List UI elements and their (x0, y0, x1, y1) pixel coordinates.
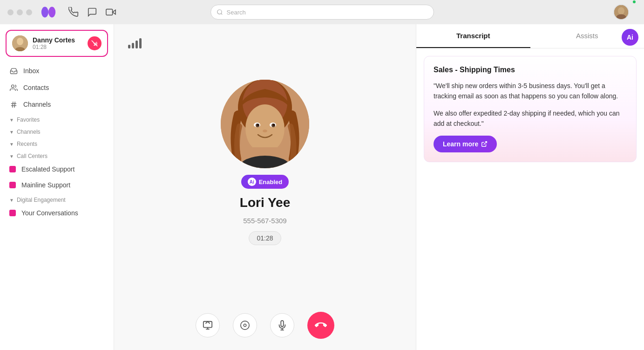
right-panel: Transcript Assists Ai Sales - Shipping T… (416, 24, 644, 350)
your-conversations-label: Your Conversations (21, 209, 78, 217)
online-indicator (632, 0, 637, 4)
svg-point-32 (241, 321, 249, 329)
chevron-down-icon: ▼ (9, 117, 14, 123)
assist-card: Sales - Shipping Times "We'll ship new o… (424, 56, 637, 162)
search-placeholder: Search (227, 9, 246, 16)
video-icon[interactable] (106, 7, 116, 17)
assist-text-1: "We'll ship new orders within 3-5 busine… (434, 81, 627, 102)
caller-time-small: 01:28 (33, 44, 83, 50)
svg-point-11 (11, 85, 14, 88)
caller-face-svg (221, 80, 309, 168)
phone-icon[interactable] (68, 7, 79, 17)
caller-avatar-small (12, 35, 28, 51)
caller-profile: Ai Enabled Lori Yee 555-567-5309 01:28 (221, 80, 309, 245)
caller-photo (221, 80, 309, 168)
caller-full-name: Lori Yee (240, 195, 290, 210)
chevron-down-icon-3: ▼ (9, 142, 14, 147)
svg-rect-29 (203, 322, 212, 328)
transfer-button[interactable] (196, 313, 220, 337)
svg-point-9 (17, 38, 23, 45)
hangup-button-small[interactable] (88, 36, 102, 50)
inbox-icon (9, 67, 18, 75)
svg-point-25 (257, 124, 259, 126)
search-bar[interactable]: Search (210, 5, 434, 20)
ai-badge-icon: Ai (248, 178, 256, 186)
caller-phone: 555-567-5309 (243, 217, 286, 225)
bar-4 (139, 38, 142, 48)
chevron-down-icon-4: ▼ (9, 154, 14, 159)
titlebar-icons (68, 7, 116, 17)
svg-marker-2 (113, 10, 115, 14)
contacts-label: Contacts (23, 84, 49, 91)
content-area: Ai Enabled Lori Yee 555-567-5309 01:28 (114, 24, 416, 350)
dialpad-button[interactable] (233, 313, 257, 337)
recents-label: Recents (17, 141, 37, 147)
hangup-button-main[interactable] (307, 312, 334, 339)
learn-more-label: Learn more (443, 140, 478, 148)
sidebar-item-your-conversations[interactable]: Your Conversations (0, 205, 114, 221)
digital-engagement-section[interactable]: ▼ Digital Engagement (0, 193, 114, 205)
svg-point-1 (48, 7, 55, 18)
svg-point-0 (41, 7, 48, 18)
ai-avatar-tab: Ai (622, 29, 638, 46)
favorites-section[interactable]: ▼ Favorites (0, 113, 114, 125)
bar-3 (136, 41, 138, 48)
call-controls (114, 301, 416, 350)
escalated-support-icon (9, 166, 16, 172)
bar-2 (132, 43, 134, 48)
sidebar-item-contacts[interactable]: Contacts (0, 79, 114, 96)
app-logo (40, 6, 57, 19)
svg-rect-3 (106, 9, 113, 15)
learn-more-button[interactable]: Learn more (434, 136, 497, 152)
avatar-face (614, 5, 628, 19)
escalated-support-label: Escalated Support (21, 165, 75, 173)
svg-point-26 (273, 124, 275, 126)
user-avatar (613, 4, 629, 20)
traffic-lights (7, 9, 32, 15)
sidebar-item-inbox[interactable]: Inbox (0, 62, 114, 79)
svg-point-6 (618, 7, 624, 14)
maximize-button[interactable] (26, 9, 32, 15)
main-layout: Danny Cortes 01:28 Inbox (0, 24, 644, 350)
mute-button[interactable] (270, 313, 294, 337)
sidebar-item-escalated-support[interactable]: Escalated Support (0, 161, 114, 177)
titlebar: Search (0, 0, 644, 24)
chevron-down-icon-5: ▼ (9, 198, 14, 203)
message-icon[interactable] (87, 7, 97, 17)
mainline-support-label: Mainline Support (21, 181, 70, 189)
recents-section[interactable]: ▼ Recents (0, 137, 114, 149)
mainline-support-icon (9, 182, 16, 188)
tab-transcript[interactable]: Transcript (416, 24, 530, 48)
contacts-icon (9, 83, 18, 92)
sidebar-item-mainline-support[interactable]: Mainline Support (0, 177, 114, 193)
channels-section[interactable]: ▼ Channels (0, 125, 114, 137)
svg-point-19 (245, 104, 285, 153)
digital-engagement-label: Digital Engagement (17, 197, 66, 203)
call-timer: 01:28 (249, 231, 281, 245)
assist-text-2: We also offer expedited 2-day shipping i… (434, 108, 627, 129)
assist-title: Sales - Shipping Times (434, 66, 627, 74)
sidebar-item-channels[interactable]: Channels (0, 96, 114, 113)
svg-point-33 (244, 324, 246, 327)
search-icon (217, 9, 223, 15)
svg-line-34 (484, 141, 487, 144)
tabs-header: Transcript Assists Ai (416, 24, 644, 48)
ai-avatar-label: Ai (627, 34, 633, 41)
inbox-label: Inbox (23, 67, 39, 75)
hash-icon (9, 100, 18, 109)
close-button[interactable] (7, 9, 14, 15)
favorites-label: Favorites (17, 117, 40, 123)
sidebar: Danny Cortes 01:28 Inbox (0, 24, 114, 350)
minimize-button[interactable] (17, 9, 23, 15)
caller-name-small: Danny Cortes (33, 36, 83, 44)
svg-point-27 (263, 130, 267, 132)
channels-section-label: Channels (17, 129, 41, 135)
call-centers-label: Call Centers (17, 153, 47, 159)
active-call-card[interactable]: Danny Cortes 01:28 (6, 30, 108, 57)
channels-label: Channels (23, 101, 51, 108)
ai-enabled-badge: Ai Enabled (241, 175, 289, 189)
bar-1 (128, 45, 130, 48)
ai-badge-label: Enabled (259, 178, 283, 185)
your-conversations-icon (9, 210, 16, 216)
call-centers-section[interactable]: ▼ Call Centers (0, 149, 114, 161)
